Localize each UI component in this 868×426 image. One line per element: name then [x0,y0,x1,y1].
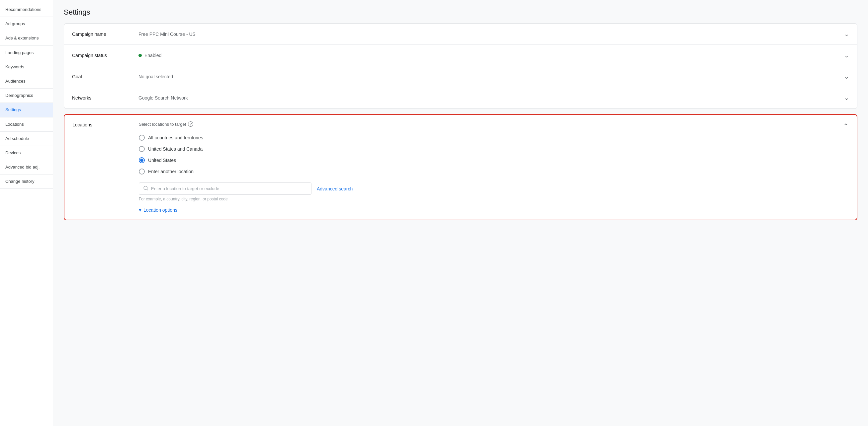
sidebar-item-keywords[interactable]: Keywords [0,60,53,74]
locations-subtitle: Select locations to target ? [139,122,843,127]
radio-option-another-location[interactable]: Enter another location [139,166,843,177]
campaign-name-label: Campaign name [72,32,138,37]
campaign-name-value: Free PPC Mini Course - US [138,32,844,37]
settings-panel: Campaign name Free PPC Mini Course - US … [64,23,857,109]
networks-row: Networks Google Search Network ⌄ [64,87,857,108]
sidebar-item-ad-schedule[interactable]: Ad schedule [0,132,53,146]
locations-chevron-up-icon[interactable]: ⌃ [843,122,849,130]
radio-circle-us-canada [139,146,145,152]
location-search-box[interactable]: Enter a location to target or exclude [139,183,311,195]
radio-circle-another-location [139,168,145,174]
goal-label: Goal [72,74,138,79]
networks-label: Networks [72,95,138,101]
search-input-placeholder: Enter a location to target or exclude [151,186,219,191]
locations-content: Select locations to target ? All countri… [139,122,843,213]
search-icon [143,186,149,192]
sidebar-item-ad-groups[interactable]: Ad groups [0,17,53,31]
sidebar-item-audiences[interactable]: Audiences [0,74,53,89]
radio-option-all-countries[interactable]: All countries and territories [139,132,843,143]
sidebar-item-locations[interactable]: Locations [0,118,53,132]
sidebar-item-recommendations[interactable]: Recommendations [0,3,53,17]
radio-label-all-countries: All countries and territories [148,135,203,140]
networks-chevron[interactable]: ⌄ [844,94,849,101]
sidebar-item-devices[interactable]: Devices [0,146,53,160]
search-hint: For example, a country, city, region, or… [139,197,843,201]
campaign-name-chevron[interactable]: ⌄ [844,31,849,38]
svg-line-1 [147,189,148,190]
sidebar-item-landing-pages[interactable]: Landing pages [0,46,53,60]
sidebar-item-change-history[interactable]: Change history [0,174,53,189]
chevron-down-icon: ▾ [139,207,142,213]
status-dot [138,54,142,57]
campaign-status-value: Enabled [138,53,844,58]
help-icon[interactable]: ? [188,122,193,127]
sidebar: RecommendationsAd groupsAds & extensions… [0,0,53,426]
campaign-name-row: Campaign name Free PPC Mini Course - US … [64,24,857,45]
location-options-label: Location options [144,207,177,213]
location-search-row: Enter a location to target or exclude Ad… [139,183,843,195]
campaign-status-label: Campaign status [72,53,138,58]
advanced-search-link[interactable]: Advanced search [317,186,353,191]
locations-label: Locations [72,122,139,127]
goal-chevron[interactable]: ⌄ [844,73,849,80]
radio-label-united-states: United States [148,158,176,163]
sidebar-item-ads-extensions[interactable]: Ads & extensions [0,31,53,45]
networks-value: Google Search Network [138,95,844,101]
location-options-link[interactable]: ▾ Location options [139,207,843,213]
campaign-status-chevron[interactable]: ⌄ [844,52,849,59]
sidebar-item-advanced-bid-adj[interactable]: Advanced bid adj. [0,160,53,174]
radio-label-us-canada: United States and Canada [148,146,203,152]
radio-circle-all-countries [139,135,145,141]
goal-row: Goal No goal selected ⌄ [64,66,857,87]
radio-circle-united-states [139,157,145,163]
campaign-status-row: Campaign status Enabled ⌄ [64,45,857,66]
radio-option-us-canada[interactable]: United States and Canada [139,143,843,155]
radio-label-another-location: Enter another location [148,169,194,174]
sidebar-item-demographics[interactable]: Demographics [0,89,53,103]
sidebar-item-settings[interactable]: Settings [0,103,53,117]
radio-options-container: All countries and territoriesUnited Stat… [139,132,843,177]
goal-value: No goal selected [138,74,844,79]
main-content: Settings Campaign name Free PPC Mini Cou… [53,0,868,426]
radio-option-united-states[interactable]: United States [139,155,843,166]
locations-header: Locations Select locations to target ? A… [64,115,857,220]
locations-panel: Locations Select locations to target ? A… [64,114,857,220]
page-title: Settings [64,8,857,17]
